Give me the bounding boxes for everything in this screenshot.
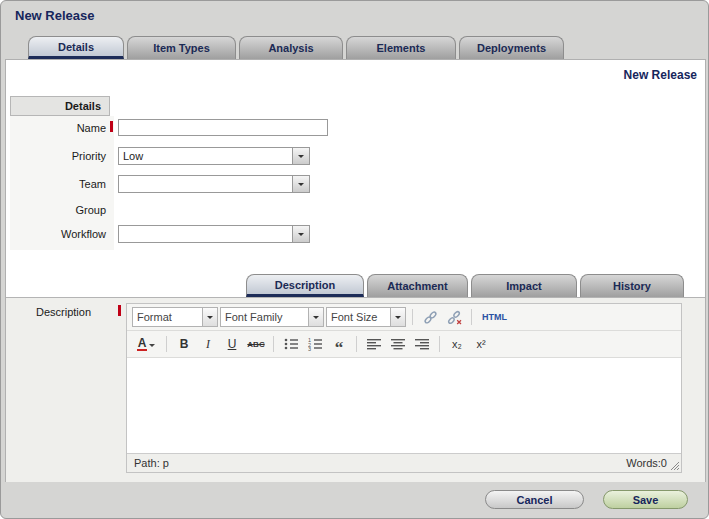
toolbar-separator [356,336,357,352]
tab-description[interactable]: Description [246,274,364,297]
name-input[interactable] [118,119,328,136]
italic-icon: I [206,337,210,352]
toolbar-separator [412,309,413,325]
panel-heading: New Release [624,68,697,82]
html-source-button[interactable]: HTML [478,307,511,327]
editor-content-area[interactable] [127,358,681,453]
format-dropdown-value: Format [133,308,202,326]
workflow-label: Workflow [10,228,106,240]
tab-attachment[interactable]: Attachment [367,274,468,297]
align-left-icon [367,338,381,350]
align-right-icon [415,338,429,350]
save-button[interactable]: Save [603,490,688,509]
editor-words-status: Words:0 [626,457,667,469]
bullet-list-button[interactable] [280,334,302,354]
font-size-dropdown-value: Font Size [327,308,390,326]
editor-status-bar: Path: p Words:0 [127,453,681,472]
bold-icon: B [180,337,189,351]
bullet-list-icon [284,337,299,351]
tab-analysis[interactable]: Analysis [239,36,343,59]
insert-link-button[interactable] [419,307,441,327]
strikethrough-icon: ABC [247,340,264,349]
unlink-icon [447,310,462,325]
priority-select-value: Low [119,148,292,164]
tab-impact[interactable]: Impact [471,274,577,297]
bold-button[interactable]: B [173,334,195,354]
tab-item-types[interactable]: Item Types [127,36,236,59]
page-title: New Release [15,8,95,23]
dropdown-arrow-icon[interactable] [292,176,309,192]
main-tab-bar: Details Item Types Analysis Elements Dep… [28,36,564,59]
italic-button[interactable]: I [197,334,219,354]
tab-details[interactable]: Details [28,36,124,59]
underline-icon: U [228,337,237,351]
required-marker [110,121,113,132]
align-center-icon [391,338,405,350]
superscript-button[interactable]: x² [470,334,492,354]
subscript-icon: x₂ [452,338,462,350]
toolbar-separator [471,309,472,325]
font-family-dropdown[interactable]: Font Family [220,307,324,327]
new-release-window: New Release Details Item Types Analysis … [0,0,709,519]
align-right-button[interactable] [411,334,433,354]
blockquote-button[interactable]: “ [328,334,350,354]
editor-path-status: Path: p [134,457,169,469]
required-marker [118,305,121,316]
underline-button[interactable]: U [221,334,243,354]
details-section-header: Details [10,96,110,116]
font-color-button[interactable]: A [132,334,160,354]
description-section: Description Format Font Family Font Size [6,297,705,482]
strikethrough-button[interactable]: ABC [245,334,267,354]
priority-label: Priority [10,150,106,162]
sub-tab-bar: Description Attachment Impact History [246,274,684,297]
editor-toolbar-row2: A B I U ABC [127,331,681,358]
description-label: Description [36,306,91,318]
dropdown-arrow-icon[interactable] [292,148,309,164]
link-icon [423,310,438,325]
dropdown-arrow-icon [202,308,217,326]
font-family-dropdown-value: Font Family [221,308,308,326]
numbered-list-button[interactable]: 1 2 3 [304,334,326,354]
toolbar-separator [273,336,274,352]
resize-handle[interactable] [671,462,680,471]
editor-toolbar-row1: Format Font Family Font Size [127,304,681,331]
subscript-button[interactable]: x₂ [446,334,468,354]
workflow-select-value [119,226,292,242]
workflow-select[interactable] [118,225,310,243]
chevron-down-icon [149,344,155,350]
svg-text:3: 3 [308,346,311,351]
align-left-button[interactable] [363,334,385,354]
toolbar-separator [166,336,167,352]
align-center-button[interactable] [387,334,409,354]
group-label: Group [10,204,106,216]
font-color-icon: A [137,337,148,351]
format-dropdown[interactable]: Format [132,307,218,327]
tab-elements[interactable]: Elements [346,36,456,59]
font-size-dropdown[interactable]: Font Size [326,307,406,327]
dropdown-arrow-icon [390,308,405,326]
dropdown-arrow-icon[interactable] [292,226,309,242]
details-panel: New Release Details Name Priority Low Te… [5,59,706,482]
rich-text-editor: Format Font Family Font Size [126,303,682,473]
remove-link-button[interactable] [443,307,465,327]
team-select[interactable] [118,175,310,193]
name-label: Name [10,122,106,134]
dropdown-arrow-icon [308,308,323,326]
toolbar-separator [439,336,440,352]
priority-select[interactable]: Low [118,147,310,165]
numbered-list-icon: 1 2 3 [308,337,323,351]
team-label: Team [10,178,106,190]
cancel-button[interactable]: Cancel [485,490,584,509]
team-select-value [119,176,292,192]
tab-history[interactable]: History [580,274,684,297]
superscript-icon: x² [476,338,485,350]
tab-deployments[interactable]: Deployments [459,36,564,59]
blockquote-icon: “ [335,335,344,353]
